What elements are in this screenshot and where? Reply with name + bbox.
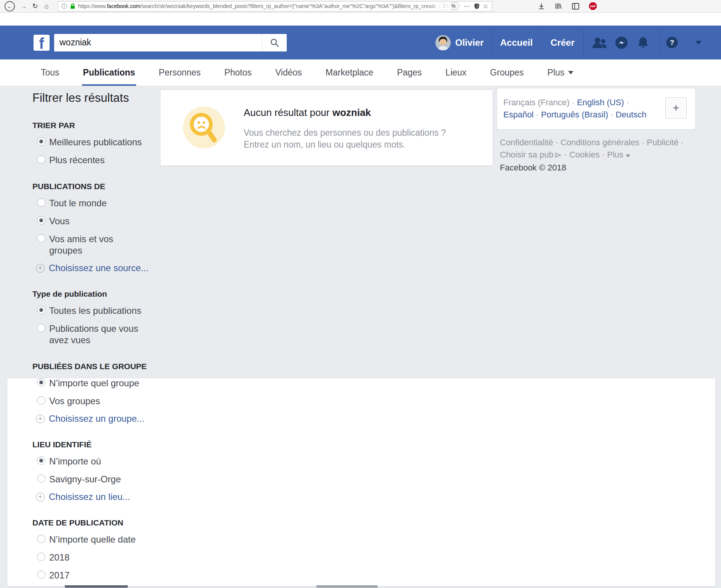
search-box <box>54 34 287 51</box>
filter-option[interactable]: Plus récentes <box>37 154 153 166</box>
radio-icon[interactable] <box>37 553 45 561</box>
tab-pages[interactable]: Pages <box>385 59 434 86</box>
filter-section-type: Type de publication Toutes les publicati… <box>26 289 153 346</box>
url-protocol: https://www. <box>78 3 107 9</box>
facebook-logo[interactable]: f <box>34 35 50 51</box>
filters-title: Filtrer les résultats <box>32 91 153 105</box>
bookmark-star-icon[interactable]: ☆ <box>483 2 488 10</box>
tracking-shield-icon[interactable] <box>474 3 480 10</box>
footer-links-line2: Choisir sa pubCookiesPlus <box>500 149 713 161</box>
radio-icon[interactable] <box>37 324 45 332</box>
tab-plus[interactable]: Plus <box>536 59 586 86</box>
tab-photos[interactable]: Photos <box>212 59 263 86</box>
friend-requests-button[interactable] <box>592 37 607 48</box>
address-bar[interactable]: ⓘ https://www.facebook.com/search/str/wo… <box>58 1 492 11</box>
reload-button[interactable]: ↻ <box>29 2 41 10</box>
radio-icon[interactable] <box>37 535 45 543</box>
help-button[interactable]: ? <box>666 37 678 48</box>
filter-option[interactable]: N’importe quelle date <box>37 534 153 545</box>
section-heading: LIEU IDENTIFIÉ <box>32 440 153 449</box>
radio-icon[interactable] <box>37 198 45 207</box>
create-link[interactable]: Créer <box>542 37 583 48</box>
radio-selected-icon[interactable] <box>37 456 45 465</box>
filter-option[interactable]: Meilleures publications <box>37 137 153 148</box>
question-icon: ? <box>666 37 678 48</box>
page-content: Filtrer les résultats TRIER PAR Meilleur… <box>0 86 721 588</box>
filter-option[interactable]: Vous <box>37 215 153 227</box>
page-actions-icon[interactable]: ⋯ <box>462 3 471 10</box>
cookies-link[interactable]: Cookies <box>569 150 607 159</box>
radio-icon[interactable] <box>37 474 45 483</box>
option-label: Meilleures publications <box>49 137 142 148</box>
advertising-link[interactable]: Publicité <box>647 138 684 147</box>
filter-option[interactable]: Publications que vous avez vues <box>37 323 153 346</box>
choose-source-link[interactable]: Choisissez une source... <box>36 263 153 273</box>
page-info-icon[interactable]: ⓘ <box>61 3 67 10</box>
radio-icon[interactable] <box>37 155 45 164</box>
profile-link[interactable]: Olivier <box>455 37 491 48</box>
language-link-espanol[interactable]: Español <box>503 110 541 119</box>
language-link-deutsch[interactable]: Deutsch <box>616 110 647 119</box>
no-results-title-prefix: Aucun résultat pour <box>244 107 332 118</box>
padlock-icon <box>70 3 75 9</box>
radio-selected-icon[interactable] <box>37 216 45 225</box>
radio-selected-icon[interactable] <box>37 378 45 387</box>
notifications-button[interactable] <box>637 36 649 49</box>
back-icon: ← <box>7 3 13 10</box>
filter-option[interactable]: N’importe où <box>37 456 153 467</box>
tab-groupes[interactable]: Groupes <box>478 59 535 86</box>
adblock-plus-icon[interactable]: ABP <box>589 2 597 10</box>
tab-marketplace[interactable]: Marketplace <box>314 59 385 86</box>
search-button[interactable] <box>262 34 287 51</box>
library-icon[interactable] <box>555 3 562 10</box>
tab-lieux[interactable]: Lieux <box>434 59 478 86</box>
tab-tous[interactable]: Tous <box>29 59 71 86</box>
radio-icon[interactable] <box>37 234 45 243</box>
profile-avatar[interactable] <box>435 35 451 50</box>
tab-publications[interactable]: Publications <box>71 59 147 86</box>
more-link[interactable]: Plus <box>607 150 623 159</box>
language-link-english[interactable]: English (US) <box>577 98 629 107</box>
filter-option[interactable]: Vos groupes <box>37 395 153 407</box>
terms-link[interactable]: Conditions générales <box>560 138 647 147</box>
filter-option[interactable]: 2017 <box>37 570 153 581</box>
filter-option[interactable]: Tout le monde <box>37 198 153 209</box>
language-link-portugues[interactable]: Português (Brasil) <box>541 110 616 119</box>
radio-icon[interactable] <box>37 570 45 579</box>
option-label: Publications que vous avez vues <box>49 323 146 346</box>
filter-option[interactable]: Savigny-sur-Orge <box>37 474 153 485</box>
no-results-message: Vous cherchez des personnes ou des publi… <box>244 127 472 151</box>
facebook-logo-letter: f <box>39 36 44 51</box>
chevron-down-icon <box>626 154 630 157</box>
downloads-icon[interactable] <box>538 3 545 10</box>
choose-place-link[interactable]: Choisissez un lieu... <box>36 492 153 502</box>
add-language-button[interactable]: + <box>665 97 687 119</box>
section-heading: TRIER PAR <box>32 121 153 130</box>
radio-selected-icon[interactable] <box>37 137 45 146</box>
home-link[interactable]: Accueil <box>491 37 541 48</box>
back-button[interactable]: ← <box>5 1 15 11</box>
filter-option[interactable]: 2018 <box>37 552 153 563</box>
tab-personnes[interactable]: Personnes <box>147 59 212 86</box>
tab-videos[interactable]: Vidéos <box>263 59 314 86</box>
filter-option[interactable]: N’importe quel groupe <box>37 378 153 389</box>
search-input[interactable] <box>54 34 262 51</box>
home-button[interactable]: ⌂ <box>41 2 52 10</box>
forward-button[interactable]: → <box>18 2 29 10</box>
sidebars-icon[interactable] <box>572 3 579 10</box>
radio-selected-icon[interactable] <box>37 306 45 314</box>
messenger-button[interactable] <box>615 36 628 49</box>
section-heading: DATE DE PUBLICATION <box>32 518 153 527</box>
filter-option[interactable]: Toutes les publications <box>37 305 153 316</box>
filter-section-lieu: LIEU IDENTIFIÉ N’importe où Savigny-sur-… <box>26 440 153 502</box>
adchoices-link[interactable]: Choisir sa pub <box>500 150 554 159</box>
choose-group-link[interactable]: Choisissez un groupe... <box>36 413 153 424</box>
svg-text:?: ? <box>670 39 674 47</box>
footer-separator <box>562 150 570 159</box>
radio-icon[interactable] <box>37 396 45 405</box>
privacy-link[interactable]: Confidentialité <box>500 138 560 147</box>
option-label: N’importe où <box>49 456 101 467</box>
account-menu-caret-icon[interactable] <box>695 41 702 45</box>
chrome-page-gap <box>0 13 721 26</box>
filter-option[interactable]: Vos amis et vos groupes <box>37 233 153 256</box>
